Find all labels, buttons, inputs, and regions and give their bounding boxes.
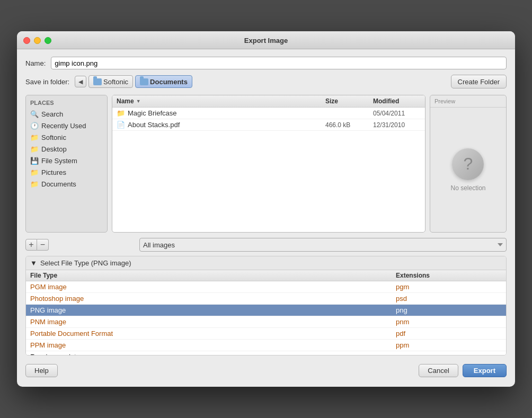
maximize-button[interactable] [45, 37, 51, 44]
file-browser: Name ▼ Size Modified 📁 Magic Briefcase 0… [112, 95, 425, 233]
preview-panel: Preview ? No selection [430, 95, 507, 233]
ft-ext-pgm: pgm [396, 283, 502, 291]
ft-row-pdf[interactable]: Portable Document Format pdf [26, 328, 506, 340]
breadcrumb-documents[interactable]: Documents [135, 75, 192, 88]
col-size-header[interactable]: Size [325, 97, 373, 105]
close-button[interactable] [23, 37, 30, 44]
ft-row-pgm[interactable]: PGM image pgm [26, 281, 506, 293]
file-type-table: File Type Extensions PGM image pgm Photo… [26, 270, 506, 355]
pdf-icon: 📄 [117, 121, 125, 129]
sidebar-item-softonic[interactable]: 📁 Softonic [26, 131, 107, 143]
add-icon: + [29, 241, 33, 249]
minimize-button[interactable] [34, 37, 41, 44]
cancel-button[interactable]: Cancel [419, 364, 458, 377]
ft-type-ppm: PPM image [30, 341, 396, 349]
ft-type-pdf: Portable Document Format [30, 330, 396, 337]
softonic-folder-icon: 📁 [30, 133, 39, 141]
ft-row-ppm[interactable]: PPM image ppm [26, 340, 506, 351]
breadcrumb-softonic-label: Softonic [103, 78, 128, 86]
file-system-icon: 💾 [30, 156, 39, 165]
folder-icon-2 [140, 78, 148, 85]
ft-row-raw[interactable]: Raw image data [26, 351, 506, 355]
ft-type-pnm: PNM image [30, 318, 396, 326]
desktop-label: Desktop [41, 145, 67, 153]
ft-type-png: PNG image [30, 306, 396, 314]
bottom-controls: + − All images PNG image JPEG image TIFF… [25, 238, 507, 252]
ft-ext-photoshop: psd [396, 295, 502, 303]
recently-used-label: Recently Used [41, 122, 86, 130]
softonic-label: Softonic [41, 134, 66, 141]
sidebar-controls: + − [25, 239, 49, 251]
ft-col-type-header: File Type [30, 272, 396, 279]
dialog-content: Name: Save in folder: ◀ Softonic Documen… [17, 49, 515, 387]
main-area: Places 🔍 Search 🕐 Recently Used 📁 Softon… [25, 95, 507, 233]
sidebar-item-pictures[interactable]: 📁 Pictures [26, 166, 107, 178]
file-system-label: File System [41, 157, 77, 165]
file-name-magic: Magic Briefcase [128, 109, 176, 117]
filename-input[interactable] [51, 57, 507, 69]
no-preview-icon: ? [452, 148, 484, 180]
remove-place-button[interactable]: − [37, 239, 49, 251]
file-type-header[interactable]: ▼ Select File Type (PNG image) [26, 256, 506, 270]
places-label: Places [26, 99, 107, 108]
breadcrumb-softonic[interactable]: Softonic [88, 75, 133, 88]
remove-icon: − [40, 241, 45, 249]
file-modified-magic: 05/04/2011 [373, 110, 421, 117]
search-icon: 🔍 [30, 110, 39, 118]
preview-icon-area: ? No selection [450, 108, 485, 232]
sidebar-item-file-system[interactable]: 💾 File System [26, 155, 107, 166]
pictures-label: Pictures [41, 168, 66, 176]
ft-row-png[interactable]: PNG image png [26, 305, 506, 316]
window-title: Export Image [244, 37, 288, 45]
ft-type-photoshop: Photoshop image [30, 295, 396, 303]
ft-row-pnm[interactable]: PNM image pnm [26, 316, 506, 328]
file-type-title: Select File Type (PNG image) [40, 259, 131, 267]
sidebar-item-desktop[interactable]: 📁 Desktop [26, 143, 107, 155]
sort-arrow: ▼ [136, 99, 141, 104]
export-button[interactable]: Export [463, 364, 507, 377]
back-icon: ◀ [78, 78, 83, 85]
back-button[interactable]: ◀ [75, 76, 86, 87]
add-place-button[interactable]: + [25, 239, 37, 251]
file-type-section: ▼ Select File Type (PNG image) File Type… [25, 256, 507, 355]
file-modified-stacks: 12/31/2010 [373, 121, 421, 129]
ft-row-photoshop[interactable]: Photoshop image psd [26, 293, 506, 305]
ft-col-ext-header: Extensions [396, 272, 502, 279]
sidebar: Places 🔍 Search 🕐 Recently Used 📁 Softon… [25, 95, 108, 233]
file-size-stacks: 466.0 kB [325, 121, 373, 129]
ft-ext-pnm: pnm [396, 318, 502, 326]
desktop-folder-icon: 📁 [30, 145, 39, 153]
help-button[interactable]: Help [25, 364, 58, 377]
file-list-header: Name ▼ Size Modified [112, 95, 425, 108]
col-modified-header[interactable]: Modified [373, 97, 421, 105]
dialog-footer: Help Cancel Export [25, 362, 507, 379]
ft-ext-pdf: pdf [396, 330, 502, 337]
name-row: Name: [25, 57, 507, 69]
no-selection-text: No selection [450, 184, 485, 192]
folder-icon-magic: 📁 [117, 109, 125, 117]
traffic-lights [23, 37, 51, 44]
col-name-header[interactable]: Name ▼ [117, 97, 325, 105]
breadcrumb-area: ◀ Softonic Documents [75, 75, 445, 88]
sidebar-item-search[interactable]: 🔍 Search [26, 108, 107, 120]
file-row-about-stacks[interactable]: 📄 About Stacks.pdf 466.0 kB 12/31/2010 [112, 119, 425, 131]
file-row-magic-briefcase[interactable]: 📁 Magic Briefcase 05/04/2011 [112, 108, 425, 119]
action-buttons: Cancel Export [419, 364, 507, 377]
folder-icon [93, 78, 102, 85]
preview-label: Preview [430, 95, 506, 108]
titlebar: Export Image [17, 31, 515, 49]
ft-type-raw: Raw image data [30, 353, 396, 355]
create-folder-button[interactable]: Create Folder [451, 75, 507, 88]
sidebar-item-documents[interactable]: 📁 Documents [26, 178, 107, 190]
file-filter-select[interactable]: All images PNG image JPEG image TIFF ima… [139, 238, 507, 252]
ft-type-pgm: PGM image [30, 283, 396, 291]
name-label: Name: [25, 59, 46, 67]
file-list: 📁 Magic Briefcase 05/04/2011 📄 About Sta… [112, 108, 425, 232]
file-name-stacks: About Stacks.pdf [128, 121, 180, 129]
sidebar-item-recently-used[interactable]: 🕐 Recently Used [26, 120, 107, 131]
documents-folder-icon: 📁 [30, 180, 39, 188]
export-image-dialog: Export Image Name: Save in folder: ◀ Sof… [17, 31, 515, 387]
recently-used-icon: 🕐 [30, 121, 39, 130]
breadcrumb-documents-label: Documents [150, 78, 188, 86]
ft-ext-ppm: ppm [396, 341, 502, 349]
